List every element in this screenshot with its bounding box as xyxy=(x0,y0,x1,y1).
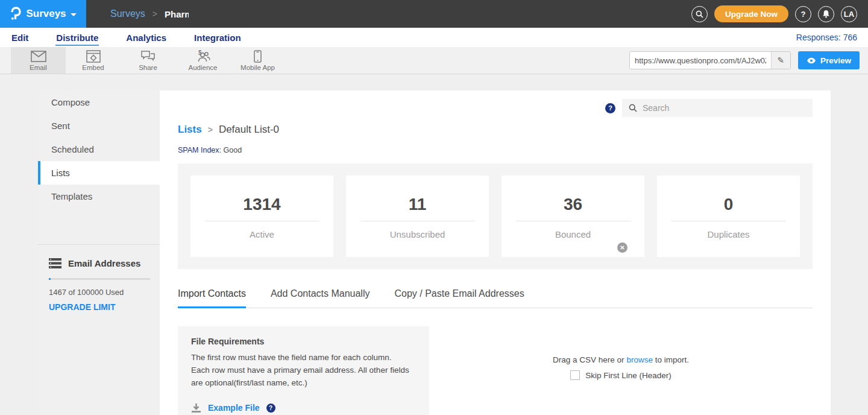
stat-label: Duplicates xyxy=(707,229,749,239)
sidebar-item-compose[interactable]: Compose xyxy=(38,90,160,114)
email-addresses-title: Email Addresses xyxy=(68,258,140,268)
stat-card-unsubscribed[interactable]: 11 Unsubscribed xyxy=(346,176,489,257)
tab-import-contacts[interactable]: Import Contacts xyxy=(178,288,246,308)
breadcrumb-survey-name: Pharma xyxy=(165,9,189,19)
file-requirements-box: File Requirements The first row must hav… xyxy=(178,326,429,415)
search-input[interactable] xyxy=(643,103,806,113)
stat-divider xyxy=(516,221,631,221)
stat-value: 36 xyxy=(564,195,582,214)
toolbar-item-mobile-app[interactable]: Mobile App xyxy=(230,47,285,74)
browse-link[interactable]: browse xyxy=(626,355,653,364)
drag-text-before: Drag a CSV here or xyxy=(553,355,624,364)
edit-url-button[interactable]: ✎ xyxy=(771,52,790,69)
example-file-row: Example File ? xyxy=(191,403,416,413)
sidebar-item-templates[interactable]: Templates xyxy=(38,185,160,208)
content-area: Compose Sent Scheduled Lists Templates E… xyxy=(38,90,831,415)
contacts-tabs: Import Contacts Add Contacts Manually Co… xyxy=(178,288,813,308)
skip-first-line-row: Skip First Line (Header) xyxy=(570,370,671,380)
drag-text-after: to import. xyxy=(655,355,689,364)
product-switcher[interactable]: Surveys xyxy=(0,0,86,28)
email-addresses-block: Email Addresses 1467 of 100000 Used UPGR… xyxy=(38,245,160,312)
notifications-button[interactable] xyxy=(818,6,834,22)
topbar-spacer xyxy=(189,0,691,28)
toolbar-item-audience[interactable]: $ Audience xyxy=(175,47,230,74)
stat-divider xyxy=(360,221,475,221)
topbar-breadcrumb: Surveys > Pharma xyxy=(86,0,189,28)
sidebar-item-lists[interactable]: Lists xyxy=(38,161,160,185)
preview-button[interactable]: Preview xyxy=(798,51,860,69)
bell-icon xyxy=(822,10,830,18)
skip-first-line-checkbox[interactable] xyxy=(570,370,580,380)
search-icon xyxy=(629,104,637,112)
search-row: ? xyxy=(178,90,813,117)
csv-drop-zone[interactable]: Drag a CSV here or browse to import. Ski… xyxy=(429,326,813,415)
import-contacts-panel: File Requirements The first row must hav… xyxy=(178,326,813,415)
help-button[interactable]: ? xyxy=(795,6,811,22)
topbar-actions: Upgrade Now ? LA xyxy=(691,0,868,28)
breadcrumb-separator: > xyxy=(208,125,213,135)
usage-progress-fill xyxy=(49,278,51,280)
stat-card-bounced[interactable]: 36 Bounced ✕ xyxy=(502,176,644,257)
tab-distribute[interactable]: Distribute xyxy=(55,30,99,46)
distribute-toolbar: Email Embed Share $ xyxy=(0,47,868,74)
sidebar-gap xyxy=(38,208,160,244)
tab-add-contacts-manually[interactable]: Add Contacts Manually xyxy=(271,288,370,308)
list-breadcrumb: Lists > Default List-0 xyxy=(178,124,813,136)
chevron-down-icon xyxy=(71,13,77,16)
breadcrumb-surveys-link[interactable]: Surveys xyxy=(110,8,145,19)
spam-index-label: SPAM Index: xyxy=(178,146,221,154)
breadcrumb-separator: > xyxy=(153,9,157,19)
toolbar-item-email[interactable]: Email xyxy=(11,47,66,74)
avatar[interactable]: LA xyxy=(841,6,857,22)
file-requirements-title: File Requirements xyxy=(191,337,416,346)
usage-text: 1467 of 100000 Used xyxy=(49,288,149,297)
survey-url-box: ✎ xyxy=(629,51,791,69)
toolbar-spacer xyxy=(285,47,629,74)
tab-copy-paste-emails[interactable]: Copy / Paste Email Addresses xyxy=(394,288,524,308)
example-file-link[interactable]: Example File xyxy=(208,403,260,413)
stat-card-active[interactable]: 1314 Active xyxy=(190,176,333,257)
toolbar-item-label: Share xyxy=(139,64,157,71)
file-requirements-text: The first row must have the field name f… xyxy=(191,352,411,390)
toolbar-item-label: Audience xyxy=(189,64,218,71)
spam-index-value: Good xyxy=(224,146,242,154)
upgrade-limit-link[interactable]: UPGRADE LIMIT xyxy=(49,302,115,312)
eye-icon xyxy=(807,57,816,64)
example-file-help-icon[interactable]: ? xyxy=(266,404,275,413)
survey-url-input[interactable] xyxy=(630,52,771,69)
search-icon xyxy=(696,10,703,18)
survey-nav: Edit Distribute Analytics Integration Re… xyxy=(0,28,868,47)
stat-divider xyxy=(205,221,319,221)
help-icon[interactable]: ? xyxy=(605,103,615,113)
stat-label: Unsubscribed xyxy=(390,229,445,239)
questionpro-logo-icon xyxy=(10,6,22,22)
toolbar-item-label: Mobile App xyxy=(241,64,275,71)
toolbar-item-label: Embed xyxy=(82,64,104,71)
tab-integration[interactable]: Integration xyxy=(193,30,242,46)
sidebar-item-scheduled[interactable]: Scheduled xyxy=(38,138,160,161)
email-icon xyxy=(31,49,46,63)
stat-value: 0 xyxy=(724,195,734,214)
audience-icon: $ xyxy=(195,49,211,63)
sidebar-item-sent[interactable]: Sent xyxy=(38,114,160,138)
stat-value: 1314 xyxy=(243,195,280,214)
upgrade-now-button[interactable]: Upgrade Now xyxy=(714,5,788,22)
lists-link[interactable]: Lists xyxy=(178,124,202,136)
tab-edit[interactable]: Edit xyxy=(11,30,29,46)
tab-analytics[interactable]: Analytics xyxy=(125,30,167,46)
spam-index-row: SPAM Index: Good xyxy=(178,146,813,154)
toolbar-item-embed[interactable]: Embed xyxy=(66,47,121,74)
embed-icon xyxy=(86,49,101,63)
search-button[interactable] xyxy=(691,6,708,22)
responses-count[interactable]: Responses: 766 xyxy=(796,33,857,42)
product-name: Surveys xyxy=(26,8,66,20)
clear-bounced-button[interactable]: ✕ xyxy=(617,242,627,253)
stat-divider xyxy=(671,221,786,221)
pencil-icon: ✎ xyxy=(778,55,785,65)
current-list-name: Default List-0 xyxy=(219,124,279,136)
preview-label: Preview xyxy=(820,56,851,65)
stat-card-duplicates[interactable]: 0 Duplicates xyxy=(657,176,800,257)
drag-csv-text: Drag a CSV here or browse to import. xyxy=(553,355,689,364)
list-stats-panel: 1314 Active 11 Unsubscribed 36 Bounced ✕… xyxy=(178,163,813,269)
toolbar-item-share[interactable]: Share xyxy=(121,47,175,74)
